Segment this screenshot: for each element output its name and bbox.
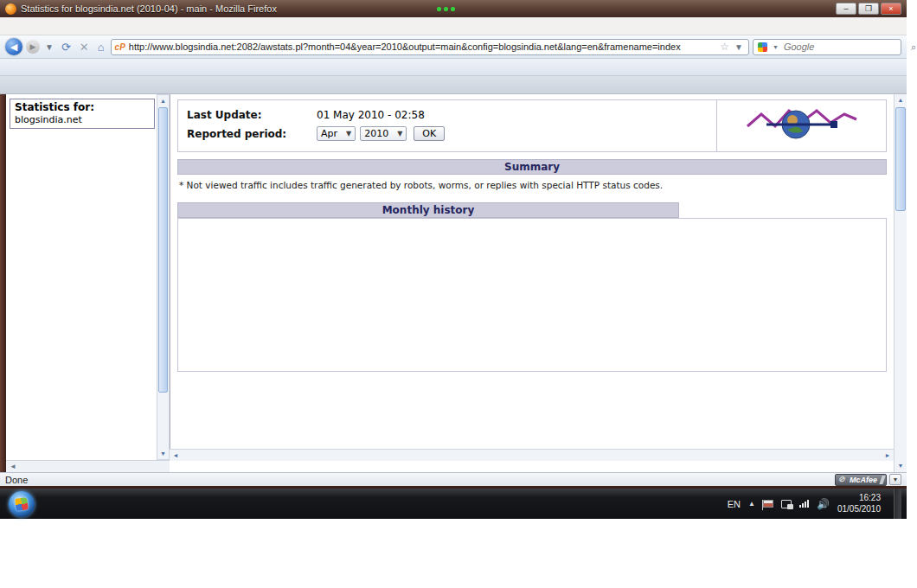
cpanel-favicon: cP bbox=[115, 42, 125, 52]
mcafee-badge[interactable]: McAfee bbox=[835, 474, 887, 486]
mcafee-dropdown-icon[interactable]: ▼ bbox=[889, 474, 901, 485]
navigation-toolbar: ◀ ▶ ▼ ⟳ ✕ ⌂ cP ☆ ▼ ▼ ⌕ bbox=[0, 35, 907, 59]
url-input[interactable] bbox=[129, 42, 717, 52]
monthly-history-chart bbox=[177, 218, 887, 372]
firefox-window-icon bbox=[5, 3, 16, 15]
google-icon[interactable] bbox=[758, 42, 767, 52]
browser-content: Statistics for: blogsindia.net ▲ ▼ ◄ Las… bbox=[0, 94, 907, 472]
search-input[interactable] bbox=[784, 42, 907, 52]
clock[interactable]: 16:23 01/05/2010 bbox=[837, 493, 881, 514]
status-bar: Done McAfee ▼ bbox=[0, 472, 907, 486]
hidden-icons-icon[interactable]: ▲ bbox=[748, 500, 755, 508]
awstats-globe-icon bbox=[746, 107, 858, 142]
scroll-down-icon[interactable]: ▼ bbox=[895, 460, 907, 472]
not-viewed-footnote: * Not viewed traffic includes traffic ge… bbox=[179, 180, 887, 190]
month-select[interactable]: Apr▼ bbox=[317, 126, 356, 141]
year-select[interactable]: 2010▼ bbox=[360, 126, 407, 141]
window-border-left bbox=[0, 94, 6, 472]
back-button[interactable]: ◀ bbox=[5, 38, 22, 55]
language-indicator[interactable]: EN bbox=[728, 499, 741, 509]
bookmarks-toolbar bbox=[0, 59, 907, 76]
search-engine-dropdown-icon[interactable]: ▼ bbox=[771, 44, 780, 50]
chevron-down-icon: ▼ bbox=[346, 130, 351, 137]
menu-bar bbox=[0, 17, 907, 35]
forward-dropdown-icon[interactable]: ▼ bbox=[43, 42, 55, 52]
reload-icon[interactable]: ⟳ bbox=[59, 41, 74, 54]
ok-button[interactable]: OK bbox=[414, 126, 445, 141]
forward-button[interactable]: ▶ bbox=[26, 40, 40, 54]
unknown-green-icon bbox=[437, 7, 455, 11]
url-dropdown-icon[interactable]: ▼ bbox=[733, 42, 745, 52]
sidebar-scrollbar[interactable]: ▲ ▼ bbox=[157, 94, 170, 460]
network-signal-icon[interactable] bbox=[799, 500, 809, 508]
scroll-up-icon[interactable]: ▲ bbox=[157, 95, 169, 106]
main-vertical-scrollbar[interactable]: ▲ ▼ bbox=[894, 94, 907, 472]
report-header-box: Last Update: 01 May 2010 - 02:58 Reporte… bbox=[177, 99, 887, 152]
tray-date: 01/05/2010 bbox=[837, 504, 881, 514]
search-icon[interactable]: ⌕ bbox=[911, 42, 916, 53]
reported-period-label: Reported period: bbox=[187, 128, 317, 140]
start-button[interactable] bbox=[9, 491, 35, 517]
statistics-for-label: Statistics for: bbox=[15, 101, 94, 113]
desktop: Statistics for blogsindia.net (2010-04) … bbox=[0, 0, 907, 519]
action-flag-icon[interactable] bbox=[763, 500, 773, 508]
window-titlebar[interactable]: Statistics for blogsindia.net (2010-04) … bbox=[0, 0, 907, 17]
show-desktop-button[interactable] bbox=[894, 489, 901, 519]
chevron-down-icon: ▼ bbox=[397, 130, 402, 137]
minimize-button[interactable]: – bbox=[836, 3, 856, 15]
site-name: blogsindia.net bbox=[15, 114, 82, 125]
sidebar-hscrollbar[interactable]: ◄ bbox=[6, 460, 170, 472]
system-tray: EN ▲ 🔊 16:23 01/05/2010 bbox=[728, 489, 905, 519]
main-horizontal-scrollbar[interactable]: ◄ ► bbox=[170, 449, 894, 461]
scroll-left-icon[interactable]: ◄ bbox=[170, 450, 182, 461]
maximize-button[interactable]: ❐ bbox=[858, 3, 879, 15]
last-update-label: Last Update: bbox=[187, 109, 317, 121]
awstats-sidebar: Statistics for: blogsindia.net bbox=[6, 94, 157, 472]
search-bar[interactable]: ▼ ⌕ bbox=[753, 39, 901, 55]
statistics-for-box: Statistics for: blogsindia.net bbox=[10, 99, 155, 129]
last-update-value: 01 May 2010 - 02:58 bbox=[317, 109, 425, 121]
close-button[interactable]: × bbox=[881, 3, 901, 15]
stop-icon[interactable]: ✕ bbox=[77, 41, 92, 54]
url-bar[interactable]: cP ☆ ▼ bbox=[111, 39, 749, 55]
awstats-main: Last Update: 01 May 2010 - 02:58 Reporte… bbox=[170, 94, 894, 449]
windows-update-icon[interactable] bbox=[781, 500, 792, 508]
scrollbar-thumb[interactable] bbox=[895, 107, 906, 211]
awstats-logo bbox=[716, 100, 886, 151]
monthly-history-title: Monthly history bbox=[177, 202, 679, 218]
tab-strip bbox=[0, 76, 907, 94]
volume-icon[interactable]: 🔊 bbox=[817, 498, 830, 510]
scrollbar-thumb[interactable] bbox=[158, 107, 168, 393]
summary-title: Summary bbox=[177, 159, 887, 175]
scroll-down-icon[interactable]: ▼ bbox=[157, 448, 169, 459]
window-title: Statistics for blogsindia.net (2010-04) … bbox=[21, 3, 437, 14]
home-icon[interactable]: ⌂ bbox=[95, 41, 107, 54]
scroll-up-icon[interactable]: ▲ bbox=[895, 94, 907, 106]
bookmark-star-icon[interactable]: ☆ bbox=[720, 41, 729, 53]
status-text: Done bbox=[5, 475, 28, 485]
scroll-right-icon[interactable]: ► bbox=[882, 450, 894, 461]
tray-time: 16:23 bbox=[859, 493, 881, 502]
taskbar: EN ▲ 🔊 16:23 01/05/2010 bbox=[0, 489, 907, 519]
